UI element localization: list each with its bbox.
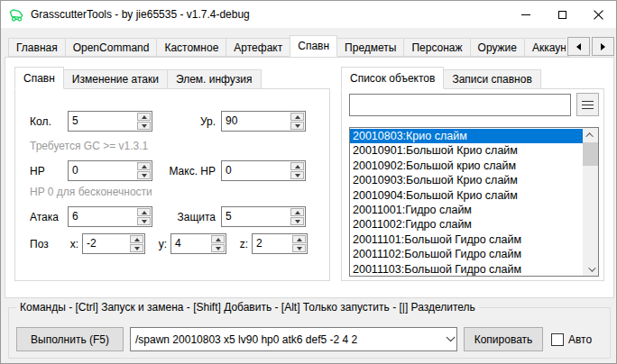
list-item[interactable]: 20010902:Большой крио слайм xyxy=(350,159,583,173)
entity-list-tab[interactable]: Список объектов xyxy=(341,67,444,89)
level-stepper[interactable]: 90 xyxy=(221,111,306,132)
stepper-up-button[interactable] xyxy=(130,235,143,243)
search-menu-button[interactable] xyxy=(576,93,599,116)
stepper-down-button[interactable] xyxy=(137,217,151,225)
arrow-down-icon xyxy=(134,247,140,250)
arrow-up-icon xyxy=(134,238,140,241)
scrollbar-thumb[interactable] xyxy=(583,142,598,166)
main-tab[interactable]: Спавн xyxy=(290,35,337,57)
list-item[interactable]: 20011102:Большой Гидро слайм xyxy=(350,247,583,261)
stepper-down-button[interactable] xyxy=(290,217,304,225)
arrow-up-icon xyxy=(142,165,147,168)
stepper-up-button[interactable] xyxy=(211,235,225,243)
position-row: Поз x: -2 y: 4 z: 2 xyxy=(30,233,308,254)
pos-x-label: x: xyxy=(57,238,82,250)
pos-x-stepper[interactable]: -2 xyxy=(82,233,145,254)
stepper-down-button[interactable] xyxy=(290,122,304,130)
main-tab[interactable]: Кастомное xyxy=(156,38,226,57)
pos-y-stepper[interactable]: 4 xyxy=(170,233,226,254)
list-item[interactable]: 20010904:Большой Крио слайм xyxy=(350,188,583,203)
count-stepper[interactable]: 5 xyxy=(68,111,152,132)
chevron-up-icon xyxy=(585,132,593,140)
list-scrollbar[interactable] xyxy=(583,128,598,276)
arrow-down-icon xyxy=(142,220,147,223)
minimize-button[interactable] xyxy=(508,1,544,28)
command-combobox[interactable]: /spawn 20010803 x5 lv90 hp0 atk6 def5 -2… xyxy=(130,327,457,351)
tab-scroll-prev-button[interactable] xyxy=(567,37,590,56)
close-button[interactable] xyxy=(580,1,616,28)
auto-checkbox-group[interactable]: Авто xyxy=(551,327,592,351)
count-level-row: Кол. 5 Ур. 90 xyxy=(30,111,306,132)
main-tab[interactable]: Персонаж xyxy=(403,38,470,57)
stepper-up-button[interactable] xyxy=(290,208,304,216)
stepper-down-button[interactable] xyxy=(137,171,151,179)
title-bar[interactable]: GrasscutterTools - by jie65535 - v1.7.4-… xyxy=(1,1,616,28)
main-tab[interactable]: OpenCommand xyxy=(65,38,158,57)
entity-list-tab[interactable]: Записи спавнов xyxy=(443,69,540,89)
list-item[interactable]: 20011002:Гидро слайм xyxy=(350,217,583,232)
stepper-down-button[interactable] xyxy=(211,244,225,252)
search-input[interactable] xyxy=(349,94,571,116)
list-item[interactable]: 20010803:Крио слайм xyxy=(350,129,583,143)
scroll-down-button[interactable] xyxy=(583,262,598,276)
arrow-down-icon xyxy=(142,124,147,128)
def-label: Защита xyxy=(152,211,221,223)
main-tab[interactable]: Артефакт xyxy=(226,38,290,57)
hp-value: 0 xyxy=(69,161,136,180)
arrow-left-icon xyxy=(576,43,581,50)
stepper-up-button[interactable] xyxy=(290,162,304,170)
list-item[interactable]: 20011101:Большой Гидро слайм xyxy=(350,232,583,247)
commands-caption: Команды - [Ctrl] Запуск и замена - [Shif… xyxy=(16,301,479,314)
arrow-up-icon xyxy=(295,165,300,168)
main-tab-strip: ГлавнаяOpenCommandКастомноеАртефактСпавн… xyxy=(1,28,616,57)
stepper-up-button[interactable] xyxy=(137,208,151,216)
arrow-down-icon xyxy=(297,247,302,250)
spawn-sub-tab[interactable]: Элем. инфузия xyxy=(167,69,262,89)
list-item[interactable]: 20011001:Гидро слайм xyxy=(350,203,583,217)
spawn-sub-tab[interactable]: Спавн xyxy=(14,67,64,89)
hp-infinity-note: HP 0 для бесконечности xyxy=(30,186,152,198)
spawn-sub-tabs: СпавнИзменение атакиЭлем. инфузия xyxy=(14,67,262,89)
spawn-form-panel: Кол. 5 Ур. 90 Требуется GC >= v1.3.1 HP … xyxy=(14,88,330,281)
pos-z-stepper[interactable]: 2 xyxy=(252,233,308,254)
arrow-up-icon xyxy=(297,238,302,241)
pos-z-value: 2 xyxy=(253,234,291,253)
list-item[interactable]: 20010901:Большой Крио слайм xyxy=(350,143,583,158)
copy-button[interactable]: Копировать xyxy=(464,327,543,351)
run-button[interactable]: Выполнить (F5) xyxy=(16,327,124,351)
scroll-up-button[interactable] xyxy=(583,128,598,141)
list-item[interactable]: 20010903:Большой Крио слайм xyxy=(350,173,583,187)
arrow-down-icon xyxy=(295,174,300,177)
def-stepper[interactable]: 5 xyxy=(221,206,306,227)
stepper-down-button[interactable] xyxy=(290,171,304,179)
spawn-sub-tab[interactable]: Изменение атаки xyxy=(63,69,168,89)
combo-dropdown-button[interactable] xyxy=(440,336,456,342)
stepper-down-button[interactable] xyxy=(137,122,151,130)
main-tab[interactable]: Оружие xyxy=(470,38,525,57)
list-item[interactable]: 20011103:Большой Гидро слайм xyxy=(350,262,583,277)
entity-list-panel: 20010803:Крио слайм20010901:Большой Крио… xyxy=(341,88,604,281)
stepper-up-button[interactable] xyxy=(137,162,151,170)
stepper-down-button[interactable] xyxy=(292,244,306,252)
tab-scroll-next-button[interactable] xyxy=(592,37,614,56)
stepper-down-button[interactable] xyxy=(130,244,143,252)
main-tabs: ГлавнаяOpenCommandКастомноеАртефактСпавн… xyxy=(8,35,569,57)
hp-stepper[interactable]: 0 xyxy=(68,160,152,181)
stepper-up-button[interactable] xyxy=(290,113,304,121)
auto-checkbox[interactable] xyxy=(551,333,564,346)
maxhp-stepper[interactable]: 0 xyxy=(221,160,306,181)
stepper-up-button[interactable] xyxy=(137,113,151,121)
pos-y-label: y: xyxy=(145,238,170,250)
atk-stepper[interactable]: 6 xyxy=(68,206,152,227)
maximize-icon xyxy=(558,11,566,19)
main-tab[interactable]: Предметы xyxy=(336,38,404,57)
close-icon xyxy=(594,10,603,20)
app-window: GrasscutterTools - by jie65535 - v1.7.4-… xyxy=(0,0,617,364)
count-label: Кол. xyxy=(30,115,68,128)
main-tab[interactable]: Аккаунт xyxy=(524,38,569,57)
entity-list-tabs: Список объектовЗаписи спавнов xyxy=(341,67,541,89)
spawn-tab-page: СпавнИзменение атакиЭлем. инфузия Кол. 5… xyxy=(5,57,614,298)
stepper-up-button[interactable] xyxy=(292,235,306,243)
main-tab[interactable]: Главная xyxy=(8,38,66,57)
maximize-button[interactable] xyxy=(544,1,580,28)
